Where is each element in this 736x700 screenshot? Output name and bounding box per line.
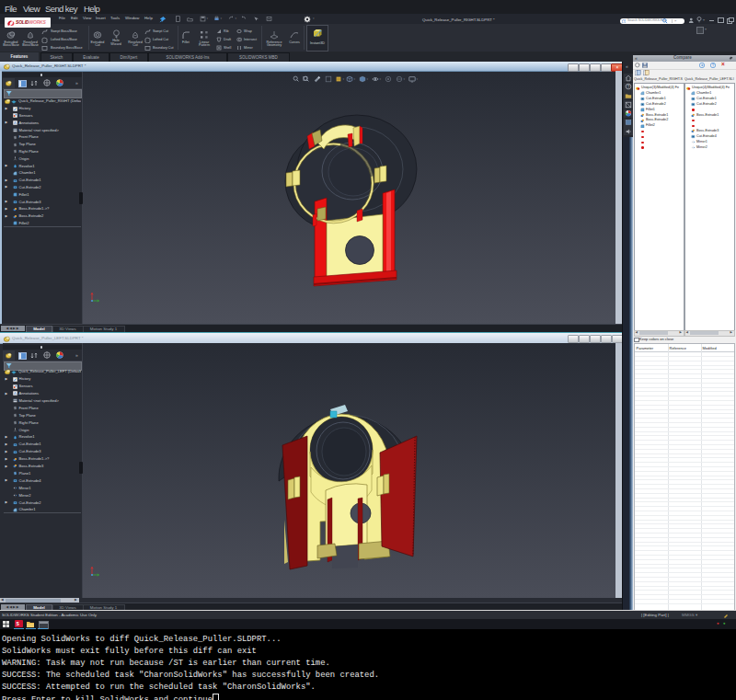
svg-text:?: ? (627, 85, 630, 89)
svg-text:?: ? (623, 19, 625, 23)
svg-text:?: ? (712, 63, 715, 67)
